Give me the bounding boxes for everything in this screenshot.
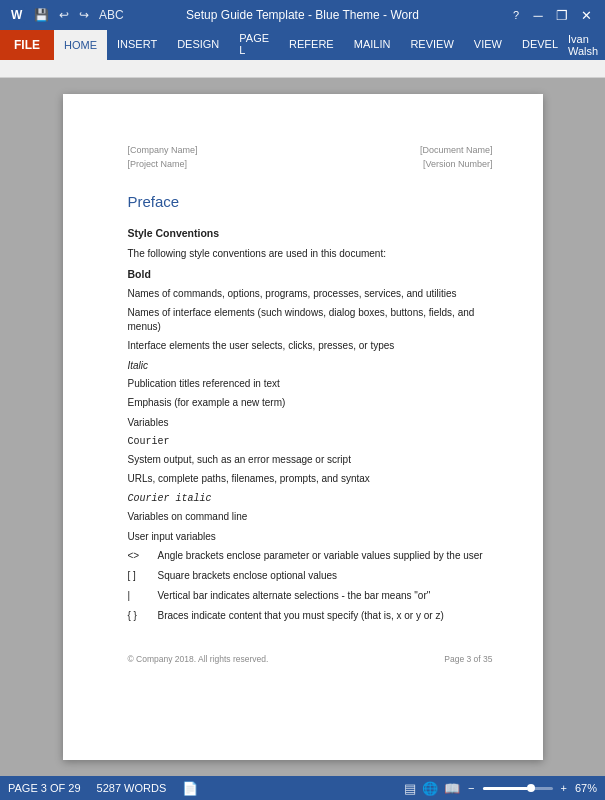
header-left: [Company Name] [Project Name] <box>128 144 198 171</box>
preface-title: Preface <box>128 191 493 214</box>
tab-insert[interactable]: INSERT <box>107 30 167 60</box>
footer-page-number: Page 3 of 35 <box>444 653 492 666</box>
bold-item-0: Names of commands, options, programs, pr… <box>128 287 493 301</box>
ribbon-tabs: FILE HOME INSERT DESIGN PAGE L REFERE MA… <box>0 30 605 60</box>
italic-item-0: Publication titles referenced in text <box>128 377 493 391</box>
zoom-level: 67% <box>575 782 597 794</box>
spelling-button[interactable]: ABC <box>95 6 128 24</box>
word-icon: W <box>8 6 26 24</box>
list-text-1: Square brackets enclose optional values <box>158 568 338 583</box>
bold-item-2: Interface elements the user selects, cli… <box>128 339 493 353</box>
user-name: Ivan Walsh <box>568 33 605 57</box>
list-item: [ ] Square brackets enclose optional val… <box>128 568 493 583</box>
undo-button[interactable]: ↩ <box>55 6 73 24</box>
word-count: 5287 WORDS <box>97 782 167 794</box>
courier-item-1: URLs, complete paths, filenames, prompts… <box>128 472 493 486</box>
list-marker-1: [ ] <box>128 568 146 583</box>
style-conventions-heading: Style Conventions <box>128 226 493 242</box>
user-area: Ivan Walsh K <box>568 30 605 60</box>
tab-design[interactable]: DESIGN <box>167 30 229 60</box>
list-item: <> Angle brackets enclose parameter or v… <box>128 548 493 563</box>
list-text-3: Braces indicate content that you must sp… <box>158 608 444 623</box>
page-indicator: PAGE 3 OF 29 <box>8 782 81 794</box>
view-icons: ▤ 🌐 📖 <box>404 781 460 796</box>
list-item: | Vertical bar indicates alternate selec… <box>128 588 493 603</box>
redo-button[interactable]: ↪ <box>75 6 93 24</box>
window-controls: ? ─ ❐ ✕ <box>513 4 597 26</box>
header-right: [Document Name] [Version Number] <box>420 144 493 171</box>
help-icon[interactable]: ? <box>513 9 519 21</box>
courier-label: Courier <box>128 434 493 449</box>
zoom-out-icon[interactable]: − <box>468 782 474 794</box>
courier-italic-item-0: Variables on command line <box>128 510 493 524</box>
project-name: [Project Name] <box>128 158 198 172</box>
bold-label: Bold <box>128 267 493 283</box>
courier-item-0: System output, such as an error message … <box>128 453 493 467</box>
footer-copyright: © Company 2018. All rights reserved. <box>128 653 269 666</box>
tab-review[interactable]: REVIEW <box>400 30 463 60</box>
list-marker-3: { } <box>128 608 146 623</box>
italic-item-1: Emphasis (for example a new term) <box>128 396 493 410</box>
zoom-slider[interactable] <box>483 787 553 790</box>
ruler <box>0 60 605 78</box>
tab-view[interactable]: VIEW <box>464 30 512 60</box>
company-name: [Company Name] <box>128 144 198 158</box>
status-right: ▤ 🌐 📖 − + 67% <box>404 781 597 796</box>
restore-button[interactable]: ❐ <box>551 4 573 26</box>
main-area: [Company Name] [Project Name] [Document … <box>0 78 605 776</box>
status-bar: PAGE 3 OF 29 5287 WORDS 📄 ▤ 🌐 📖 − + 67% <box>0 776 605 800</box>
list-text-2: Vertical bar indicates alternate selecti… <box>158 588 431 603</box>
intro-text: The following style conventions are used… <box>128 247 493 261</box>
zoom-in-icon[interactable]: + <box>561 782 567 794</box>
user-input-label: User input variables <box>128 529 493 544</box>
tab-references[interactable]: REFERE <box>279 30 344 60</box>
window-title: Setup Guide Template - Blue Theme - Word <box>186 8 419 22</box>
page-footer: © Company 2018. All rights reserved. Pag… <box>128 653 493 666</box>
title-bar-left: W 💾 ↩ ↪ ABC <box>8 6 128 24</box>
list-item: { } Braces indicate content that you mus… <box>128 608 493 623</box>
list-marker-2: | <box>128 588 146 603</box>
print-view-icon[interactable]: ▤ <box>404 781 416 796</box>
list-marker-0: <> <box>128 548 146 563</box>
courier-italic-label: Courier italic <box>128 491 493 506</box>
tab-page-layout[interactable]: PAGE L <box>229 30 279 60</box>
save-button[interactable]: 💾 <box>30 6 53 24</box>
web-view-icon[interactable]: 🌐 <box>422 781 438 796</box>
document-name: [Document Name] <box>420 144 493 158</box>
tab-mailings[interactable]: MAILIN <box>344 30 401 60</box>
tab-developer[interactable]: DEVEL <box>512 30 568 60</box>
tab-home[interactable]: HOME <box>54 30 107 60</box>
document-page: [Company Name] [Project Name] [Document … <box>63 94 543 760</box>
document-area: [Company Name] [Project Name] [Document … <box>0 78 605 776</box>
quick-access-toolbar: 💾 ↩ ↪ ABC <box>30 6 128 24</box>
ribbon: FILE HOME INSERT DESIGN PAGE L REFERE MA… <box>0 30 605 60</box>
svg-text:W: W <box>11 8 23 22</box>
bold-item-1: Names of interface elements (such window… <box>128 306 493 334</box>
close-button[interactable]: ✕ <box>575 4 597 26</box>
track-changes-icon: 📄 <box>182 781 198 796</box>
minimize-button[interactable]: ─ <box>527 4 549 26</box>
page-header: [Company Name] [Project Name] [Document … <box>128 144 493 171</box>
variables-label: Variables <box>128 415 493 430</box>
user-input-list: <> Angle brackets enclose parameter or v… <box>128 548 493 623</box>
version-number: [Version Number] <box>420 158 493 172</box>
list-text-0: Angle brackets enclose parameter or vari… <box>158 548 483 563</box>
title-bar: W 💾 ↩ ↪ ABC Setup Guide Template - Blue … <box>0 0 605 30</box>
read-view-icon[interactable]: 📖 <box>444 781 460 796</box>
italic-label: Italic <box>128 358 493 373</box>
tab-file[interactable]: FILE <box>0 30 54 60</box>
